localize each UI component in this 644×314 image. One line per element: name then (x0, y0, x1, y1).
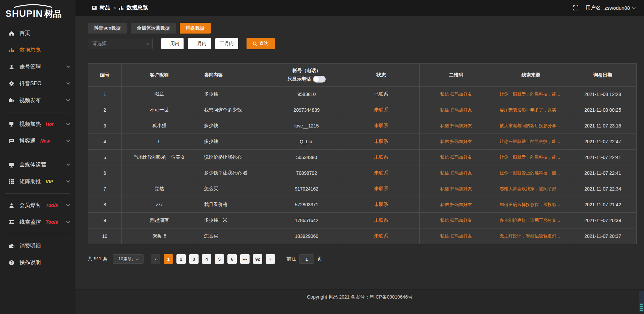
table-row: 2 不可一世 我想问这个多少钱 2097344839 未联系 私信 扫码加好友 … (88, 102, 637, 118)
page-number-button[interactable]: 6 (227, 254, 237, 264)
tab-omnimedia-data[interactable]: 全媒体运营数据 (131, 23, 176, 34)
fullscreen-icon[interactable] (573, 5, 578, 10)
cell-status: 未联系 (343, 165, 419, 181)
sidebar: SHUPIN 树品 首页 数据总览 账号管理 (0, 0, 75, 314)
cell-source-link[interactable]: 感谢大家喜欢我家，被问了好... (493, 181, 569, 197)
phone-only-toggle[interactable] (313, 76, 326, 83)
cell-account: love__1215 (270, 118, 343, 134)
cell-qrcode-link[interactable]: 私信 扫码加好友 (419, 134, 493, 150)
goto-page-input[interactable] (299, 254, 314, 264)
cell-date: 2021-11-07 22:41 (569, 165, 636, 181)
sidebar-item-spending-detail[interactable]: 消费明细 (0, 238, 75, 254)
cell-nickname: 觉然 (121, 181, 197, 197)
range-button-quarter[interactable]: 三月内 (215, 38, 238, 49)
cell-qrcode-link[interactable]: 私信 扫码加好友 (419, 87, 493, 102)
cell-source-link[interactable]: 多功能护栏灯，适用于乡村文... (493, 213, 569, 228)
cell-qrcode-link[interactable]: 私信 扫码加好友 (419, 228, 493, 244)
cell-content: 多少钱一米 (197, 213, 270, 228)
cell-date: 2021-11-07 21:42 (569, 197, 636, 213)
goto-page: 前往 页 (286, 254, 322, 264)
panel-icon (92, 6, 97, 10)
sidebar-item-account-mgmt[interactable]: 账号管理 (0, 58, 75, 75)
sidebar-item-label: 矩阵助推 (19, 178, 41, 185)
topbar-right: 用户名: zswodun88 (573, 5, 635, 11)
cell-nickname: 36度 8 (121, 228, 197, 244)
sidebar-item-instructions[interactable]: ? 操作说明 (0, 254, 75, 271)
page-number-button[interactable]: 3 (189, 254, 199, 264)
next-page-button[interactable]: › (266, 254, 275, 264)
sidebar-item-video-publish[interactable]: 视频发布 (0, 92, 75, 109)
sidebar-item-member-burst[interactable]: 会员爆客 Tools (0, 197, 75, 214)
sidebar-item-omnimedia[interactable]: 全媒体运营 (0, 156, 75, 173)
sidebar-item-home[interactable]: 首页 (0, 25, 75, 42)
cell-qrcode-link[interactable]: 私信 扫码加好友 (419, 118, 493, 134)
logo-text-cn: 树品 (44, 9, 62, 19)
cell-source-link[interactable]: 让你一眼就爱上的黑科技，能... (493, 150, 569, 165)
sidebar-divider (5, 193, 70, 194)
cell-date: 2021-11-07 22:41 (569, 150, 636, 165)
cell-qrcode-link[interactable]: 私信 扫码加好友 (419, 181, 493, 197)
cell-source-link[interactable]: 如何正确选择投影仪，买投影... (493, 197, 569, 213)
sidebar-item-douketong[interactable]: 抖客通 New (0, 133, 75, 149)
page-number-button[interactable]: 2 (176, 254, 186, 264)
hot-badge: Hot (46, 121, 53, 127)
cell-content: 多少钱 (197, 87, 270, 102)
sidebar-item-matrix-boost[interactable]: 矩阵助推 VIP (0, 173, 75, 190)
cell-qrcode-link[interactable]: 私信 扫码加好友 (419, 213, 493, 228)
page-number-button[interactable]: 92 (253, 254, 262, 264)
sidebar-item-douyin-seo[interactable]: 抖音SEO (0, 75, 75, 92)
member-icon (8, 202, 15, 209)
prev-page-button[interactable]: ‹ (151, 254, 160, 264)
table-row: 4 L 多少钱 Q_Liu. 未联系 私信 扫码加好友 让你一眼就爱上的黑科技，… (88, 134, 637, 150)
breadcrumb: 树品 > 数据总览 (92, 4, 148, 11)
cell-nickname: zzz (121, 197, 197, 213)
cell-nickname: 狐小狸 (121, 118, 197, 134)
breadcrumb-root[interactable]: 树品 (100, 4, 110, 11)
page-footer: Copyright 树品 2021 备案号：粤ICP备09019646号 (75, 289, 644, 314)
query-button[interactable]: 查询 (247, 38, 275, 49)
cell-qrcode-link[interactable]: 私信 扫码加好友 (419, 102, 493, 118)
sidebar-item-label: 视频加热 (19, 121, 41, 128)
table-row: 5 当地比较能吃的一位美女 说说价格让我死心 50534380 未联系 私信 扫… (88, 150, 637, 165)
tools-badge: Tools (46, 203, 58, 208)
sidebar-item-lead-monitor[interactable]: 线索监控 Tools (0, 214, 75, 230)
cell-qrcode-link[interactable]: 私信 扫码加好友 (419, 165, 493, 181)
grid-icon (8, 178, 15, 185)
cell-id: 1 (88, 87, 122, 102)
cell-source-link[interactable]: 客厅安装投影半年多了，真实... (493, 102, 569, 118)
page-size-select[interactable]: 10条/页 (113, 254, 144, 264)
page-number-button[interactable]: ••• (240, 254, 250, 264)
cell-account: 178651642 (270, 213, 343, 228)
page-number-button[interactable]: 4 (202, 254, 211, 264)
range-button-month[interactable]: 一月内 (188, 38, 211, 49)
tools-badge: Tools (46, 219, 58, 225)
cell-status: 未联系 (343, 150, 419, 165)
cell-source-link[interactable]: 让你一眼就爱上的黑科技，能... (493, 87, 569, 102)
wallet-icon (8, 243, 15, 249)
page-number-button[interactable]: 5 (215, 254, 224, 264)
query-button-label: 查询 (259, 41, 269, 47)
cell-id: 7 (88, 181, 122, 197)
user-menu[interactable]: 用户名: zswodun88 (586, 5, 635, 11)
sidebar-item-data-overview[interactable]: 数据总览 (0, 42, 75, 58)
range-button-week[interactable]: 一周内 (161, 38, 184, 49)
floating-widget[interactable] (639, 291, 644, 312)
tab-douyin-seo-data[interactable]: 抖音seo数据 (88, 23, 127, 34)
chevron-down-icon (632, 6, 636, 9)
chat-bubble-icon (8, 138, 15, 144)
filter-select[interactable]: 请选择 (88, 38, 153, 49)
data-tabs: 抖音seo数据 全媒体运营数据 询盘数据 (88, 23, 637, 34)
col-header-qrcode: 二维码 (419, 64, 493, 87)
cell-source-link[interactable]: 被大家追着问的客厅投影分享... (493, 118, 569, 134)
tab-inquiry-data[interactable]: 询盘数据 (180, 23, 211, 34)
chevron-down-icon (66, 81, 70, 85)
sidebar-item-label: 抖客通 (19, 138, 36, 145)
widget-stripes (639, 303, 644, 311)
cell-source-link[interactable]: 让你一眼就爱上的黑科技，能... (493, 165, 569, 181)
cell-source-link[interactable]: 无主灯设计，智能磁吸轨道灯... (493, 228, 569, 244)
page-number-button[interactable]: 1 (164, 254, 173, 264)
cell-qrcode-link[interactable]: 私信 扫码加好友 (419, 150, 493, 165)
cell-qrcode-link[interactable]: 私信 扫码加好友 (419, 197, 493, 213)
cell-source-link[interactable]: 让你一眼就爱上的黑科技，能... (493, 134, 569, 150)
sidebar-item-video-heat[interactable]: 视频加热 Hot (0, 116, 75, 133)
